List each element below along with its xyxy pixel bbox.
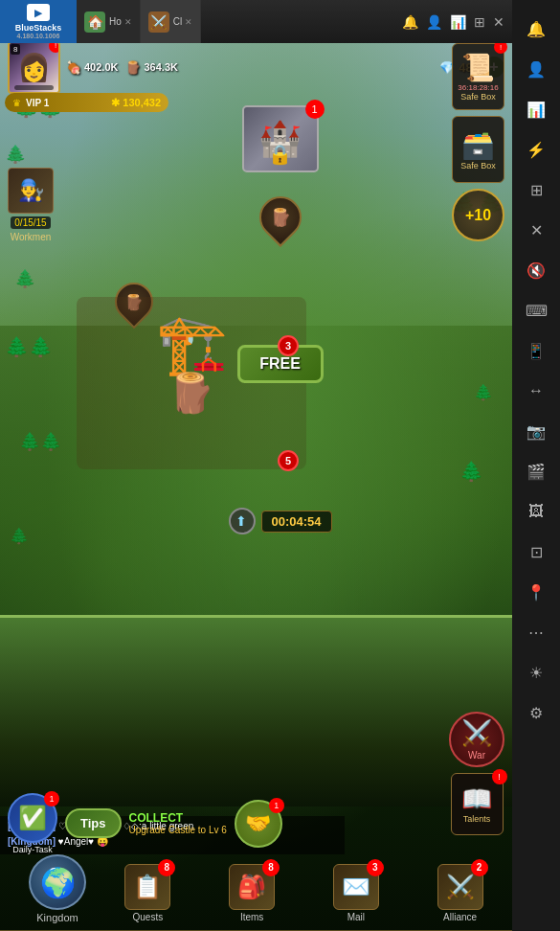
wood-resource: 🪵 364.3K [125, 60, 177, 75]
sidebar-mute-btn[interactable]: 🔇 [517, 251, 555, 289]
sidebar-boost-btn[interactable]: ⚡ [517, 130, 555, 169]
sidebar-rotate-btn[interactable]: ↔ [517, 372, 555, 410]
bluestacks-icon [27, 4, 50, 21]
sidebar-screen-btn[interactable]: 📱 [517, 331, 555, 370]
sidebar-close-btn[interactable]: ✕ [517, 211, 555, 249]
sidebar-media-btn[interactable]: 🖼 [517, 492, 555, 531]
safebox-label: Safe Box [460, 161, 496, 170]
quests-label: Quests [133, 912, 164, 922]
sidebar-notification-btn[interactable]: 🔔 [517, 10, 555, 48]
workmen-area[interactable]: 👨‍🔧 0/15/15 Workmen [8, 168, 54, 242]
right-sidebar: 🔔 👤 📊 ⚡ ⊞ ✕ 🔇 ⌨ 📱 ↔ 📷 🎬 🖼 ⊡ 📍 ⋯ ☀ ⚙ [512, 0, 560, 931]
bluestacks-version: 4.180.10.1006 [17, 33, 60, 39]
food-resource: 🍖 402.0K [66, 60, 118, 75]
wood-value: 364.3K [144, 61, 177, 73]
topbar-actions: 🔔 👤 📊 ⊞ ✕ [394, 14, 512, 30]
sidebar-multi-btn[interactable]: ⊡ [517, 533, 555, 571]
talents-button[interactable]: ! 📖 Talents [451, 773, 504, 835]
bluestacks-logo: BlueStacks 4.180.10.1006 [0, 0, 77, 43]
notification-topbar-btn[interactable]: 🔔 [402, 14, 418, 30]
browser-tabs: 🏠 Ho ✕ ⚔️ Cl ✕ [77, 0, 394, 43]
stats-topbar-btn[interactable]: 📊 [450, 14, 466, 30]
workmen-label: Workmen [11, 232, 52, 242]
workmen-count: 0/15/15 [11, 216, 50, 229]
wood-icon: 🪵 [125, 60, 141, 75]
vip-label: VIP 1 [26, 98, 49, 108]
right-panels: ! 📜 36:18:28:16 Safe Box 🗃️ Safe Box +10 [452, 43, 504, 241]
war-icon: ⚔️ [461, 718, 492, 748]
mail-badge: 3 [367, 859, 384, 876]
sidebar-location-btn[interactable]: 📍 [517, 573, 555, 611]
kingdom-label: Kingdom [36, 912, 78, 923]
screen-size-btn[interactable]: ⊞ [474, 14, 485, 30]
sidebar-record-btn[interactable]: 🎬 [517, 452, 555, 490]
collect-area: COLLECT Upgrade Castle to Lv 6 [129, 811, 227, 835]
sidebar-keyboard-btn[interactable]: ⌨ [517, 291, 555, 329]
alliance-icon-bg: ⚔️ 2 [437, 864, 483, 910]
sidebar-stats-btn[interactable]: 📊 [517, 90, 555, 128]
game-top-bar: 👩 8 ! 🍖 402.0K 🪵 364.3K 💎 482 + [0, 43, 512, 91]
close-topbar-btn[interactable]: ✕ [493, 14, 504, 30]
tab-game-label: Cl [173, 16, 182, 27]
vip-score: ✱ 130,432 [111, 97, 161, 109]
bluestacks-name: BlueStacks [15, 23, 62, 33]
nav-items[interactable]: 🎒 8 Items [218, 864, 285, 922]
collect-title: COLLECT [129, 811, 227, 825]
sidebar-screenshot-btn[interactable]: 📷 [517, 412, 555, 450]
war-label: War [468, 750, 485, 761]
tips-button[interactable]: Tips [65, 808, 122, 838]
handshake-notification: 1 [269, 798, 284, 813]
quests-icon-bg: 📋 8 [124, 864, 170, 910]
tab-game[interactable]: ⚔️ Cl ✕ [141, 0, 201, 43]
vip-bar[interactable]: ♛ VIP 1 ✱ 130,432 [5, 93, 168, 112]
items-label: Items [240, 912, 263, 922]
kingdom-globe: 🌍 [29, 854, 86, 910]
quests-badge: 8 [158, 859, 175, 876]
daily-task-notification: 1 [44, 791, 59, 806]
daily-task-label: Daily-Task [12, 845, 53, 854]
sidebar-more-btn[interactable]: ⋯ [517, 613, 555, 651]
nav-mail[interactable]: ✉️ 3 Mail [323, 864, 390, 922]
sidebar-profile-btn[interactable]: 👤 [517, 50, 555, 88]
war-button[interactable]: ⚔️ War [449, 712, 504, 767]
action-strip: ✅ 1 Daily-Task Tips COLLECT Upgrade Cast… [0, 797, 402, 850]
tab-home-close[interactable]: ✕ [124, 17, 132, 27]
daily-task-button[interactable]: ✅ 1 Daily-Task [8, 793, 57, 854]
handshake-button[interactable]: 🤝 1 [235, 800, 282, 848]
mail-label: Mail [347, 912, 365, 922]
tab-home[interactable]: 🏠 Ho ✕ [77, 0, 141, 43]
items-badge: 8 [262, 859, 280, 876]
alliance-badge: 2 [471, 859, 488, 876]
nav-quests[interactable]: 📋 8 Quests [114, 864, 181, 922]
tab-game-close[interactable]: ✕ [185, 17, 192, 27]
game-ui: 👩 8 ! 🍖 402.0K 🪵 364.3K 💎 482 + [0, 43, 512, 931]
alliance-label: Alliance [443, 912, 477, 922]
player-avatar[interactable]: 👩 8 ! [8, 41, 60, 94]
safe-box-panel[interactable]: ! 📜 36:18:28:16 Safe Box [452, 43, 504, 110]
items-icon-bg: 🎒 8 [229, 864, 275, 910]
vip-crown-icon: ♛ [12, 98, 21, 108]
avatar-level: 8 [11, 44, 20, 55]
bottom-nav: 📋 8 Quests 🎒 8 Items ✉️ 3 Mail [96, 854, 512, 931]
sidebar-brightness-btn[interactable]: ☀ [517, 653, 555, 692]
talents-label: Talents [463, 814, 491, 824]
tab-home-icon: 🏠 [84, 11, 105, 33]
workmen-avatar: 👨‍🔧 [8, 168, 54, 214]
safebox-panel[interactable]: 🗃️ Safe Box [452, 116, 504, 183]
safe-box-label: Safe Box [460, 92, 496, 102]
mail-icon-bg: ✉️ 3 [333, 864, 379, 910]
talents-notification: ! [492, 769, 507, 784]
tab-game-icon: ⚔️ [148, 11, 169, 33]
collect-description: Upgrade Castle to Lv 6 [129, 825, 227, 835]
sidebar-fullscreen-btn[interactable]: ⊞ [517, 170, 555, 209]
daily-task-icon: ✅ 1 [8, 793, 57, 843]
sidebar-settings-btn[interactable]: ⚙ [517, 693, 555, 732]
safe-box-icon: 📜 [461, 52, 495, 83]
plus10-button[interactable]: +10 [452, 189, 504, 241]
tab-home-label: Ho [109, 16, 122, 27]
food-value: 402.0K [84, 61, 118, 73]
food-icon: 🍖 [66, 60, 81, 75]
bluestacks-topbar: BlueStacks 4.180.10.1006 🏠 Ho ✕ ⚔️ Cl ✕ … [0, 0, 512, 43]
nav-alliance[interactable]: ⚔️ 2 Alliance [427, 864, 494, 922]
profile-topbar-btn[interactable]: 👤 [426, 14, 442, 30]
